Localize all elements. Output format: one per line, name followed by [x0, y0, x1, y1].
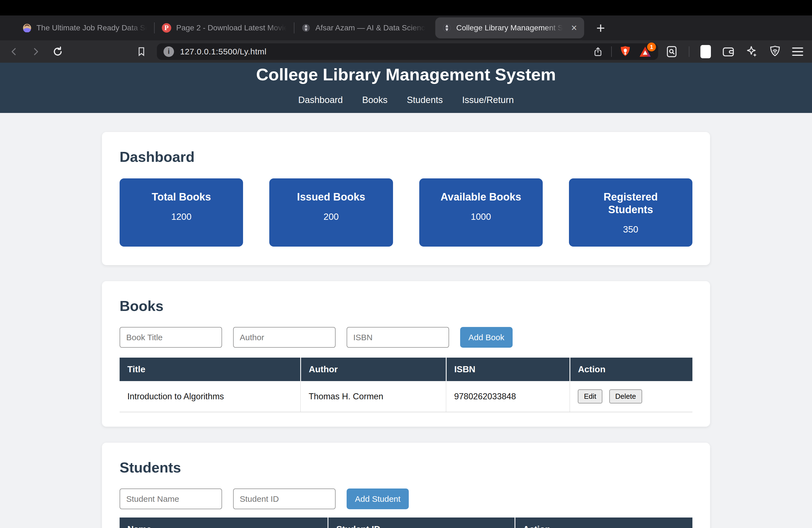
book-form: Add Book [120, 327, 692, 348]
delete-book-button[interactable]: Delete [609, 390, 642, 404]
sidebar-icon[interactable] [700, 45, 711, 58]
books-heading: Books [120, 298, 692, 314]
book-isbn-cell: 9780262033848 [446, 381, 570, 412]
stat-label: Registered Students [585, 191, 676, 216]
forward-icon[interactable] [30, 46, 41, 57]
students-heading: Students [120, 459, 692, 476]
stat-value: 1200 [120, 211, 243, 222]
divider [611, 46, 612, 57]
stat-label: Total Books [136, 191, 227, 203]
book-title-cell: Introduction to Algorithms [120, 381, 301, 412]
tab-title: Page 2 - Download Latest Movies | [176, 24, 287, 32]
bookmark-icon[interactable] [136, 46, 147, 57]
tab-college-library-active[interactable]: College Library Management S × [435, 17, 584, 39]
menu-icon[interactable] [792, 47, 803, 56]
main-nav: Dashboard Books Students Issue/Return [0, 95, 812, 105]
stat-value: 200 [269, 211, 393, 222]
back-icon[interactable] [9, 46, 19, 57]
books-section: Books Add Book Title Author ISBN Action … [102, 281, 710, 427]
avatar-icon [23, 24, 31, 32]
stat-label: Issued Books [286, 191, 377, 203]
column-header-title: Title [120, 357, 301, 381]
rewards-badge: 1 [647, 43, 656, 52]
tab-title: Afsar Azam — AI & Data Science D [315, 24, 426, 32]
book-table-row: Introduction to Algorithms Thomas H. Cor… [120, 381, 692, 412]
column-header-student-id: Student ID [328, 517, 515, 528]
edit-book-button[interactable]: Edit [578, 390, 603, 404]
reload-icon[interactable] [52, 46, 63, 57]
books-table-header: Title Author ISBN Action [120, 357, 692, 381]
browser-toolbar: i 127.0.0.1:5500/Ly.html [0, 40, 812, 63]
new-tab-icon[interactable]: + [596, 20, 605, 35]
p-letter-icon: P [162, 23, 171, 33]
stat-value: 350 [569, 224, 692, 235]
nav-dashboard[interactable]: Dashboard [298, 95, 343, 105]
stat-card-total-books: Total Books 1200 [120, 178, 243, 247]
leo-ai-icon[interactable] [746, 45, 758, 58]
tab-title: The Ultimate Job Ready Data Scien [37, 24, 147, 32]
toolbar-right-icons [666, 45, 803, 58]
search-page-icon[interactable] [666, 45, 678, 58]
column-header-action: Action [515, 517, 692, 528]
nav-students[interactable]: Students [407, 95, 443, 105]
vpn-shield-icon[interactable] [769, 45, 781, 58]
close-icon[interactable]: × [571, 23, 577, 33]
column-header-author: Author [301, 357, 446, 381]
stat-card-issued-books: Issued Books 200 [269, 178, 393, 247]
nav-issue-return[interactable]: Issue/Return [462, 95, 514, 105]
globe-icon [443, 24, 451, 32]
wallet-icon[interactable] [722, 46, 735, 58]
share-icon[interactable] [592, 46, 604, 57]
student-id-input[interactable] [233, 488, 336, 509]
urlbar-actions: 1 [592, 45, 652, 58]
stat-value: 1000 [419, 211, 543, 222]
students-section: Students Add Student Name Student ID Act… [102, 443, 710, 528]
book-isbn-input[interactable] [347, 327, 449, 348]
students-table-header: Name Student ID Action [120, 517, 692, 528]
brave-rewards-icon[interactable]: 1 [639, 46, 652, 57]
brave-shield-icon[interactable] [620, 45, 631, 58]
column-header-name: Name [120, 517, 328, 528]
book-title-input[interactable] [120, 327, 222, 348]
students-table: Name Student ID Action [120, 517, 692, 528]
tab-afsar-azam[interactable]: Afsar Azam — AI & Data Science D [294, 15, 433, 40]
student-name-input[interactable] [120, 488, 222, 509]
stat-card-registered-students: Registered Students 350 [569, 178, 692, 247]
book-author-input[interactable] [233, 327, 336, 348]
nav-books[interactable]: Books [362, 95, 388, 105]
site-info-icon[interactable]: i [163, 46, 174, 57]
url-bar[interactable]: i 127.0.0.1:5500/Ly.html [157, 43, 658, 60]
tab-download-movies[interactable]: P Page 2 - Download Latest Movies | [155, 15, 294, 40]
add-student-button[interactable]: Add Student [347, 488, 409, 509]
dashboard-heading: Dashboard [120, 149, 692, 165]
globe-icon [302, 24, 310, 32]
column-header-action: Action [570, 357, 692, 381]
page-title: College Library Management System [0, 65, 812, 84]
tab-data-science-course[interactable]: The Ultimate Job Ready Data Scien [15, 15, 154, 40]
student-form: Add Student [120, 488, 692, 509]
dashboard-section: Dashboard Total Books 1200 Issued Books … [102, 132, 710, 265]
app-header: College Library Management System Dashbo… [0, 63, 812, 113]
add-book-button[interactable]: Add Book [460, 327, 512, 348]
column-header-isbn: ISBN [446, 357, 570, 381]
tab-title: College Library Management S [456, 24, 563, 32]
tab-bar: The Ultimate Job Ready Data Scien P Page… [0, 15, 812, 40]
url-text: 127.0.0.1:5500/Ly.html [180, 47, 266, 56]
stat-card-available-books: Available Books 1000 [419, 178, 543, 247]
menubar-gap [0, 0, 812, 15]
divider [689, 46, 690, 57]
book-author-cell: Thomas H. Cormen [301, 381, 446, 412]
stats-row: Total Books 1200 Issued Books 200 Availa… [120, 178, 692, 247]
stat-label: Available Books [435, 191, 526, 203]
book-actions-cell: Edit Delete [570, 381, 692, 412]
books-table: Title Author ISBN Action Introduction to… [120, 357, 692, 412]
